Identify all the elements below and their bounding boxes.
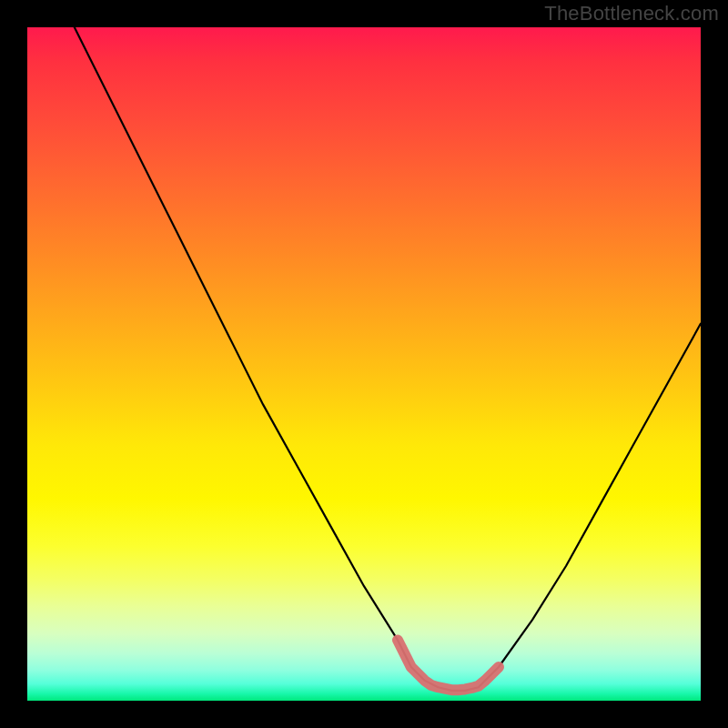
curve-svg [27,27,701,701]
chart-frame: TheBottleneck.com [0,0,728,728]
watermark-text: TheBottleneck.com [544,2,719,25]
optimal-flat-region-line [398,640,499,690]
plot-area [27,27,701,701]
bottleneck-curve-line [75,27,701,691]
